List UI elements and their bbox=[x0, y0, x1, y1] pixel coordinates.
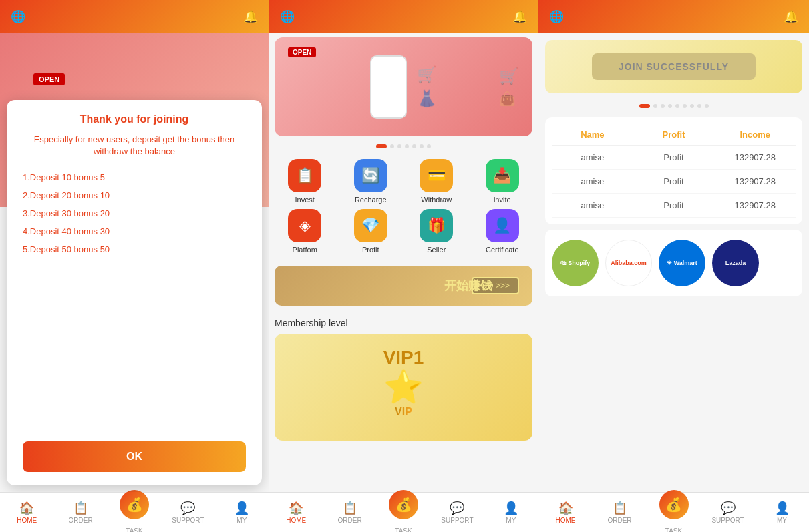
nav-home-label-2: HOME bbox=[286, 517, 306, 524]
promo-text-cn: 开始赚钱 bbox=[444, 278, 492, 294]
shopify-label: 🛍 Shopify bbox=[560, 260, 591, 266]
open-badge-1: OPEN bbox=[33, 73, 65, 85]
panel3-scroll: JOIN SUCCESSFULLY Name Profit Income ami… bbox=[538, 33, 809, 492]
membership-section: Membership level VIP1 ⭐ VIP bbox=[269, 311, 538, 447]
bell-icon-2[interactable]: 🔔 bbox=[512, 9, 527, 24]
globe-icon-1[interactable]: 🌐 bbox=[11, 9, 25, 24]
list-item-5: 5.Deposit 50 bonus 50 bbox=[23, 240, 246, 258]
join-success-button[interactable]: JOIN SUCCESSFULLY bbox=[592, 53, 756, 80]
nav-support-1[interactable]: 💬 SUPPORT bbox=[161, 501, 214, 524]
invest-label: Invest bbox=[295, 196, 315, 204]
dot-3-7 bbox=[690, 104, 694, 108]
nav-my-3[interactable]: 👤 MY bbox=[755, 501, 809, 524]
promo-banner-2[interactable]: 开始赚钱 GO >>> bbox=[275, 266, 532, 306]
panel2-scroll: OPEN 🛒 👗 🛒 👜 bbox=[269, 33, 538, 492]
dot-3-5 bbox=[675, 104, 679, 108]
nav-home-2[interactable]: 🏠 HOME bbox=[269, 501, 323, 524]
brands-section: 🛍 Shopify Alibaba.com ✳ Walmart Lazada bbox=[545, 230, 802, 296]
order-icon-2: 📋 bbox=[343, 501, 357, 515]
icon-invite[interactable]: 📥 invite bbox=[472, 159, 533, 204]
nav-home-3[interactable]: 🏠 HOME bbox=[538, 501, 593, 524]
td-name-3: amise bbox=[552, 200, 633, 210]
home-icon-2: 🏠 bbox=[289, 501, 303, 515]
home-icon-1: 🏠 bbox=[19, 501, 34, 515]
nav-task-1[interactable]: 💰 TASK bbox=[108, 490, 161, 532]
profit-label: Profit bbox=[362, 246, 379, 254]
nav-my-1[interactable]: 👤 MY bbox=[215, 501, 269, 524]
my-icon-3: 👤 bbox=[775, 501, 790, 515]
nav-support-3[interactable]: 💬 SUPPORT bbox=[701, 501, 755, 524]
vip-badge: VIP bbox=[395, 406, 412, 418]
bottomnav-1: 🏠 HOME 📋 ORDER 💰 TASK 💬 SUPPORT 👤 MY bbox=[0, 492, 269, 532]
nav-task-2[interactable]: 💰 TASK bbox=[377, 490, 430, 532]
panel-1: 🌐 🔔 OPEN 🛒 🛒 🛒 Thank you for joining Esp… bbox=[0, 0, 269, 532]
bell-icon-1[interactable]: 🔔 bbox=[243, 9, 258, 24]
phone-mockup-2 bbox=[370, 55, 407, 119]
icon-invest[interactable]: 📋 Invest bbox=[275, 159, 335, 204]
lazada-label: Lazada bbox=[725, 260, 746, 266]
icon-certificate[interactable]: 👤 Certificate bbox=[472, 209, 533, 254]
shopify-brand[interactable]: 🛍 Shopify bbox=[552, 240, 599, 286]
nav-my-label-1: MY bbox=[236, 517, 247, 524]
task-icon-3: 💰 bbox=[659, 490, 689, 519]
slide-dots-2 bbox=[269, 140, 538, 152]
dot-3-2 bbox=[653, 104, 657, 108]
support-icon-1: 💬 bbox=[180, 501, 195, 515]
dot-7 bbox=[427, 144, 431, 148]
walmart-brand[interactable]: ✳ Walmart bbox=[659, 240, 705, 286]
nav-order-label-3: ORDER bbox=[607, 517, 631, 524]
walmart-label: ✳ Walmart bbox=[667, 260, 697, 266]
nav-support-2[interactable]: 💬 SUPPORT bbox=[430, 501, 484, 524]
slide-dots-3 bbox=[538, 100, 809, 112]
lazada-brand[interactable]: Lazada bbox=[712, 240, 759, 286]
dot-6 bbox=[420, 144, 424, 148]
dot-active-3 bbox=[639, 104, 650, 108]
dot-2 bbox=[390, 144, 394, 148]
icon-platform[interactable]: ◈ Platfom bbox=[275, 209, 335, 254]
join-success-card: JOIN SUCCESSFULLY bbox=[545, 40, 802, 93]
nav-support-label-2: SUPPORT bbox=[441, 517, 473, 524]
dot-3-3 bbox=[661, 104, 665, 108]
withdraw-icon: 💳 bbox=[420, 159, 453, 192]
th-income: Income bbox=[714, 129, 796, 140]
icon-seller[interactable]: 🎁 Seller bbox=[406, 209, 467, 254]
task-icon-2: 💰 bbox=[389, 490, 418, 519]
order-icon-1: 📋 bbox=[73, 501, 88, 515]
table-row: amise Profit 132907.28 bbox=[552, 146, 796, 170]
bottomnav-2: 🏠 HOME 📋 ORDER 💰 TASK 💬 SUPPORT 👤 MY bbox=[269, 492, 538, 532]
nav-order-2[interactable]: 📋 ORDER bbox=[323, 501, 376, 524]
th-name: Name bbox=[552, 129, 633, 140]
nav-task-3[interactable]: 💰 TASK bbox=[647, 490, 701, 532]
td-name-1: amise bbox=[552, 152, 633, 162]
nav-home-1[interactable]: 🏠 HOME bbox=[0, 501, 53, 524]
bell-icon-3[interactable]: 🔔 bbox=[784, 9, 798, 24]
list-item-2: 2.Deposit 20 bonus 10 bbox=[23, 186, 246, 204]
nav-order-label-2: ORDER bbox=[338, 517, 362, 524]
icon-profit[interactable]: 💎 Profit bbox=[341, 209, 401, 254]
nav-order-1[interactable]: 📋 ORDER bbox=[53, 501, 107, 524]
table-header: Name Profit Income bbox=[552, 124, 796, 146]
nav-support-label-3: SUPPORT bbox=[711, 517, 744, 524]
certificate-label: Certificate bbox=[486, 246, 519, 254]
topbar-2: 🌐 🔔 bbox=[269, 0, 538, 33]
icon-recharge[interactable]: 🔄 Recharge bbox=[341, 159, 401, 204]
nav-order-3[interactable]: 📋 ORDER bbox=[593, 501, 647, 524]
vip-card: VIP1 ⭐ VIP bbox=[275, 334, 532, 441]
td-income-2: 132907.28 bbox=[714, 176, 796, 186]
th-profit: Profit bbox=[633, 129, 715, 140]
modal-ok-button[interactable]: OK bbox=[23, 441, 246, 472]
support-icon-2: 💬 bbox=[450, 501, 464, 515]
dot-3-9 bbox=[705, 104, 709, 108]
nav-my-2[interactable]: 👤 MY bbox=[484, 501, 538, 524]
nav-my-label-2: MY bbox=[506, 517, 516, 524]
globe-icon-3[interactable]: 🌐 bbox=[549, 9, 564, 24]
invite-icon: 📥 bbox=[486, 159, 519, 192]
alibaba-brand[interactable]: Alibaba.com bbox=[605, 240, 652, 286]
open-badge-2: OPEN bbox=[288, 47, 316, 57]
profit-icon: 💎 bbox=[354, 209, 387, 242]
list-item-4: 4.Deposit 40 bonus 30 bbox=[23, 222, 246, 240]
icon-withdraw[interactable]: 💳 Withdraw bbox=[406, 159, 467, 204]
globe-icon-2[interactable]: 🌐 bbox=[280, 9, 295, 24]
membership-label: Membership level bbox=[275, 318, 532, 328]
home-icon-3: 🏠 bbox=[558, 501, 573, 515]
